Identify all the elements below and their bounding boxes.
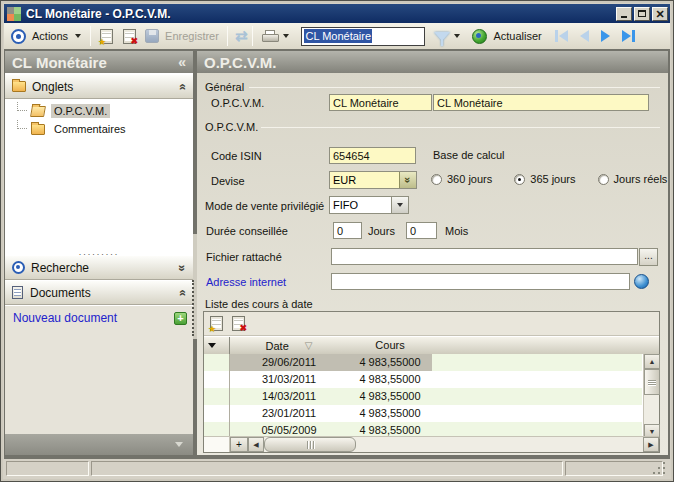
radio-360-jours[interactable]: 360 jours	[431, 173, 492, 185]
app-icon-quadrant	[7, 7, 14, 14]
radio-label: 360 jours	[447, 173, 492, 185]
maximize-button[interactable]	[634, 7, 650, 21]
refresh-icon[interactable]: ⇄	[235, 27, 248, 45]
duree-jours-input[interactable]	[333, 222, 362, 239]
horizontal-scroll-thumb[interactable]	[264, 437, 356, 452]
delete-record-button[interactable]	[123, 29, 136, 44]
radio-jours-reels[interactable]: Jours réels	[598, 173, 668, 185]
column-header-date[interactable]: Date▽	[230, 337, 348, 354]
column-header-cours[interactable]: Cours	[348, 337, 432, 354]
table-row[interactable]: 23/01/2011 4 983,55000	[204, 405, 642, 422]
browse-button[interactable]: ...	[639, 248, 658, 266]
row-selector-header[interactable]	[204, 337, 230, 354]
form-body: Général O.P.C.V.M. O.P.C.V.M. Code ISIN …	[197, 75, 668, 455]
print-button[interactable]	[262, 30, 279, 43]
save-button[interactable]: Enregistrer	[165, 30, 219, 42]
tree-item-label: Commentaires	[51, 122, 129, 136]
main-title: O.P.C.V.M.	[204, 54, 277, 71]
horizontal-scrollbar[interactable]: + ◀ ▶	[204, 436, 659, 452]
filter-icon[interactable]	[434, 32, 450, 41]
mode-vente-dropdown-button[interactable]	[391, 197, 408, 213]
row-filler	[432, 371, 642, 388]
collapse-sidebar-button[interactable]: «	[178, 54, 186, 70]
print-dropdown-icon[interactable]	[283, 34, 289, 38]
collapse-group-icon[interactable]: »	[176, 83, 190, 90]
add-document-button[interactable]: +	[174, 312, 187, 325]
actualiser-icon[interactable]	[472, 29, 487, 44]
row-selector-cell[interactable]	[204, 388, 230, 405]
vertical-scrollbar[interactable]: ▲ ▼	[643, 354, 659, 439]
group-onglets[interactable]: Onglets »	[5, 75, 193, 99]
previous-record-button[interactable]	[580, 30, 589, 42]
close-button[interactable]: ✕	[652, 7, 668, 21]
main-header: O.P.C.V.M.	[197, 51, 668, 73]
expand-group-icon[interactable]: »	[176, 264, 190, 271]
filter-input[interactable]: CL Monétaire	[301, 27, 425, 46]
row-selector-cell[interactable]	[204, 405, 230, 422]
group-documents[interactable]: Documents »	[5, 281, 193, 305]
devise-dropdown-button[interactable]: »	[399, 172, 416, 188]
actions-button[interactable]: Actions	[32, 30, 68, 42]
splitter-grip-icon: .........	[79, 250, 120, 254]
date-cell: 14/03/2011	[230, 388, 348, 405]
fichier-input[interactable]	[331, 248, 638, 265]
row-selector-icon	[208, 343, 216, 348]
horizontal-scroll-track[interactable]	[356, 437, 643, 452]
devise-value: EUR	[330, 174, 399, 186]
grid-delete-row-button[interactable]	[232, 316, 245, 331]
actions-icon[interactable]	[11, 29, 26, 44]
last-record-button[interactable]	[622, 30, 635, 42]
globe-button[interactable]	[634, 274, 649, 289]
vertical-scroll-thumb[interactable]	[644, 369, 660, 395]
opcvm-name-input[interactable]	[433, 94, 649, 111]
new-document-link[interactable]: Nouveau document	[13, 311, 117, 325]
liste-cours-label: Liste des cours à date	[205, 298, 313, 310]
scroll-up-button[interactable]: ▲	[644, 354, 660, 369]
radio-label: Jours réels	[614, 173, 668, 185]
grid-add-row-button[interactable]	[210, 316, 223, 331]
radio-365-jours[interactable]: 365 jours	[514, 173, 575, 185]
next-record-button[interactable]	[601, 30, 610, 42]
next-record-icon	[601, 30, 610, 42]
filter-dropdown-icon[interactable]	[454, 34, 460, 38]
column-header-label: Date	[266, 340, 289, 352]
row-filler	[432, 354, 642, 371]
collapse-group-icon[interactable]: »	[176, 289, 190, 296]
devise-combobox[interactable]: EUR »	[329, 171, 417, 189]
tree-item-commentaires[interactable]: Commentaires	[5, 120, 193, 138]
tree-item-opcvm[interactable]: O.P.C.V.M.	[5, 102, 193, 120]
sidebar-splitter[interactable]: .........	[5, 248, 193, 256]
sort-descending-icon: ▽	[305, 340, 313, 351]
more-panels-icon[interactable]	[175, 442, 183, 447]
adresse-input[interactable]	[331, 273, 630, 290]
new-record-button[interactable]	[100, 29, 113, 44]
cours-cell: 4 983,55000	[348, 388, 432, 405]
row-selector-cell[interactable]	[204, 371, 230, 388]
save-icon[interactable]	[145, 29, 159, 43]
scroll-right-button[interactable]: ▶	[643, 437, 659, 452]
status-cell-left	[6, 461, 89, 476]
table-row[interactable]: 14/03/2011 4 983,55000	[204, 388, 642, 405]
double-chevron-down-icon: »	[403, 177, 413, 183]
filter-input-selected-text: CL Monétaire	[304, 29, 372, 43]
duree-mois-input[interactable]	[406, 222, 437, 239]
code-isin-input[interactable]	[329, 147, 416, 164]
duree-label: Durée conseillée	[206, 225, 288, 237]
actions-dropdown-icon[interactable]	[75, 34, 81, 38]
mode-vente-combobox[interactable]: FIFO	[329, 196, 409, 214]
resize-grip-icon[interactable]	[653, 462, 666, 475]
minimize-button[interactable]	[616, 7, 632, 21]
actualiser-button[interactable]: Actualiser	[493, 30, 541, 42]
group-recherche[interactable]: Recherche »	[5, 256, 193, 280]
table-row[interactable]: 31/03/2011 4 983,55000	[204, 371, 642, 388]
adresse-internet-link[interactable]: Adresse internet	[206, 276, 286, 288]
cours-cell: 4 983,55000	[348, 405, 432, 422]
opcvm-code-input[interactable]	[329, 94, 432, 111]
mode-vente-label: Mode de vente privilégié	[205, 200, 324, 212]
grid-add-button[interactable]: +	[230, 437, 248, 452]
grid-toolbar	[204, 312, 659, 336]
scroll-left-button[interactable]: ◀	[248, 437, 264, 452]
table-row[interactable]: 29/06/2011 4 983,55000	[204, 354, 642, 371]
first-record-button[interactable]	[555, 30, 568, 42]
row-selector-cell[interactable]	[204, 354, 230, 371]
